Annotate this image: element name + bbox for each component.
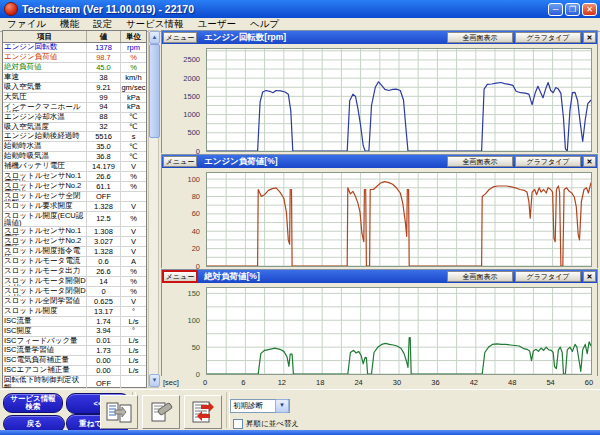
table-row[interactable]: スロットルモータ閉側Duty比0%	[3, 287, 146, 297]
line-graph-update-button[interactable]	[184, 395, 222, 429]
table-body: エンジン回転数1378rpmエンジン負荷値98.7%絶対負荷値45.0%車速38…	[3, 43, 146, 388]
table-row[interactable]: 絶対負荷値45.0%	[3, 63, 146, 73]
table-cell-item: スロットル開度	[3, 307, 87, 316]
chart-menu-button[interactable]: メニュー	[163, 271, 197, 282]
table-cell-unit: %	[121, 53, 146, 62]
table-row[interactable]: エンジン負荷値98.7%	[3, 53, 146, 63]
table-row[interactable]: スロットルセンサNo.1電圧1.308V	[3, 227, 146, 237]
table-row[interactable]: スロットルモータ電流0.6A	[3, 257, 146, 267]
fullscreen-button[interactable]: 全画面表示	[447, 32, 513, 43]
chart-titlebar: メニュー エンジン回転数[rpm] 全画面表示 グラフタイプ ✕	[162, 31, 597, 44]
table-cell-item: スロットルセンサNo.1電圧比	[3, 172, 87, 181]
table-cell-item: 始動時水温	[3, 142, 87, 151]
table-cell-unit: V	[121, 202, 146, 211]
table-cell-unit: V	[121, 162, 146, 171]
maximize-button[interactable]: ❐	[565, 3, 580, 16]
fullscreen-button[interactable]: 全画面表示	[447, 156, 513, 167]
table-row[interactable]: 始動時水温35.0℃	[3, 142, 146, 152]
table-row[interactable]: スロットルセンサNo.1電圧比26.6%	[3, 172, 146, 182]
table-row[interactable]: スロットルセンサNo.2電圧比61.1%	[3, 182, 146, 192]
table-cell-val: 14.179	[87, 162, 121, 171]
table-cell-unit: A	[121, 257, 146, 266]
chart-close-icon[interactable]: ✕	[583, 156, 596, 167]
table-row[interactable]: スロットルモータ出力26.6%	[3, 267, 146, 277]
service-info-search-button[interactable]: サービス情報検索	[3, 393, 63, 413]
x-axis: [sec] 06121824303642485460	[161, 376, 598, 389]
table-row[interactable]: スロットル開度(ECU認識値)12.5%	[3, 212, 146, 227]
chevron-down-icon[interactable]: ▼	[275, 399, 289, 413]
y-axis-labels: 020406080100	[162, 172, 202, 265]
scrollbar-thumb[interactable]	[149, 44, 160, 138]
table-row[interactable]: インテークマニホールド圧94kPa	[3, 103, 146, 113]
table-row[interactable]: スロットル開度指令電圧1.328V	[3, 247, 146, 257]
chart-menu-button[interactable]: メニュー	[163, 32, 197, 43]
table-cell-item: 大気圧	[3, 93, 87, 102]
taskbar-edge	[0, 430, 600, 435]
table-row[interactable]: ISCエアコン補正量0.00L/s	[3, 366, 146, 376]
table-cell-unit: L/s	[121, 317, 146, 326]
table-cell-val: 0.6	[87, 257, 121, 266]
table-row[interactable]: 吸入空気温度32℃	[3, 123, 146, 133]
scroll-down-icon[interactable]: ▼	[149, 374, 160, 387]
graphtype-button[interactable]: グラフタイプ	[515, 271, 581, 282]
table-row[interactable]: ISC流量学習値1.73L/s	[3, 346, 146, 356]
y-tick-label: 1000	[162, 110, 200, 119]
table-row[interactable]: ISC開度3.94°	[3, 327, 146, 337]
diagnosis-mode-select[interactable]: 初期診断 ▼	[230, 399, 290, 413]
chart-close-icon[interactable]: ✕	[583, 32, 596, 43]
table-row[interactable]: ISC流量1.74L/s	[3, 317, 146, 327]
graphtype-button[interactable]: グラフタイプ	[515, 156, 581, 167]
chart-titlebar: メニュー エンジン負荷値[%] 全画面表示 グラフタイプ ✕	[162, 155, 597, 168]
table-cell-unit: %	[121, 287, 146, 296]
sort-ascending-checkbox[interactable]	[233, 419, 243, 429]
table-cell-unit: %	[121, 63, 146, 72]
table-cell-unit	[121, 192, 146, 201]
table-row[interactable]: 補機バッテリ電圧14.179V	[3, 162, 146, 172]
table-row[interactable]: 始動時吸気温36.8℃	[3, 152, 146, 162]
fullscreen-button[interactable]: 全画面表示	[447, 271, 513, 282]
table-row[interactable]: 大気圧99kPa	[3, 93, 146, 103]
table-row[interactable]: スロットル要求開度1.328V	[3, 202, 146, 212]
y-tick-label: 100	[162, 316, 200, 325]
minimize-button[interactable]: ─	[548, 3, 563, 16]
table-row[interactable]: スロットル全閉学習値0.625V	[3, 297, 146, 307]
table-row[interactable]: 吸入空気量9.21gm/sec	[3, 83, 146, 93]
table-cell-unit: °	[121, 307, 146, 316]
table-cell-unit: %	[121, 212, 146, 226]
y-axis-labels: 05001000150020002500	[162, 48, 202, 150]
table-cell-unit: gm/sec	[121, 83, 146, 92]
x-axis-unit: [sec]	[163, 378, 179, 387]
table-row[interactable]: スロットルモータ開側Duty比14%	[3, 277, 146, 287]
table-row[interactable]: スロットルセンサ全閉状態OFF	[3, 192, 146, 202]
record-snapshot-button[interactable]	[142, 395, 180, 429]
chart-close-icon[interactable]: ✕	[583, 271, 596, 282]
table-cell-val: 1.73	[87, 346, 121, 355]
table-row[interactable]: スロットル開度13.17°	[3, 307, 146, 317]
x-tick-label: 18	[311, 378, 329, 387]
scroll-up-icon[interactable]: ▲	[149, 31, 160, 44]
table-row[interactable]: ISC電気負荷補正量0.00L/s	[3, 356, 146, 366]
chart-title: 絶対負荷値[%]	[204, 271, 260, 283]
data-list-button[interactable]	[100, 395, 138, 429]
table-cell-item: スロットルモータ閉側Duty比	[3, 287, 87, 296]
table-cell-unit: %	[121, 267, 146, 276]
table-cell-unit: s	[121, 132, 146, 141]
table-row[interactable]: スロットルセンサNo.2電圧3.027V	[3, 237, 146, 247]
table-row[interactable]: エンジン冷却水温88℃	[3, 113, 146, 123]
table-row[interactable]: エンジン回転数1378rpm	[3, 43, 146, 53]
table-cell-val: 5516	[87, 132, 121, 141]
y-tick-label: 2000	[162, 74, 200, 83]
chart-panel-rpm: メニュー エンジン回転数[rpm] 全画面表示 グラフタイプ ✕ 0500100…	[161, 30, 598, 153]
chart-panel-absload: メニュー 絶対負荷値[%] 全画面表示 グラフタイプ ✕ 050100150	[161, 269, 598, 376]
table-scrollbar[interactable]: ▲ ▼	[148, 30, 159, 388]
table-row[interactable]: 回転低下時制御判定状態OFF	[3, 376, 146, 388]
red-arrows-list-icon	[190, 400, 216, 424]
table-row[interactable]: 車速38km/h	[3, 73, 146, 83]
chart-menu-button[interactable]: メニュー	[163, 156, 197, 167]
graphtype-button[interactable]: グラフタイプ	[515, 32, 581, 43]
table-row[interactable]: エンジン始動後経過時間5516s	[3, 132, 146, 142]
bottom-toolbar: サービス情報検索 << 戻る 重ねて表示	[0, 389, 600, 431]
sort-ascending-option[interactable]: 昇順に並べ替え	[233, 419, 299, 429]
close-button[interactable]: ✕	[582, 3, 597, 16]
table-row[interactable]: ISCフィードバック量0.01L/s	[3, 337, 146, 347]
